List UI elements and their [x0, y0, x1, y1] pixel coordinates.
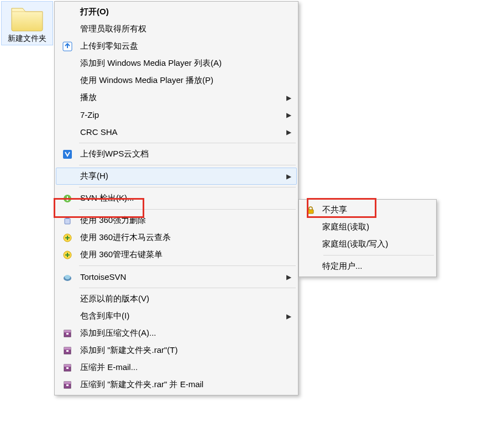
menu-play-label: 播放: [77, 92, 285, 103]
menu-play-wmp[interactable]: 使用 Windows Media Player 播放(P): [56, 72, 297, 89]
svg-rect-1: [63, 150, 72, 159]
menu-add-to-named-rar[interactable]: 添加到 "新建文件夹.rar"(T): [56, 342, 297, 359]
menu-upload-wps-label: 上传到WPS云文档: [77, 149, 292, 159]
desktop-folder-label: 新建文件夹: [3, 34, 51, 44]
svg-rect-14: [64, 330, 71, 332]
archive-icon: [58, 380, 77, 390]
menu-360-force-delete[interactable]: 使用 360强力删除: [56, 212, 297, 229]
menu-separator: [79, 143, 296, 143]
svg-rect-7: [65, 237, 70, 238]
chevron-right-icon: ▶: [285, 273, 292, 281]
menu-include-in-library-label: 包含到库中(I): [77, 311, 285, 321]
menu-seven-zip-label: 7-Zip: [77, 110, 285, 119]
menu-open-label: 打开(O): [77, 7, 292, 17]
menu-restore-previous-label: 还原以前的版本(V): [77, 294, 292, 304]
share-submenu: 不共享 家庭组(读取) 家庭组(读取/写入) 特定用户...: [298, 199, 437, 277]
submenu-specific-users-label: 特定用户...: [319, 261, 431, 272]
submenu-homegroup-readwrite-label: 家庭组(读取/写入): [319, 239, 431, 249]
menu-separator: [79, 165, 296, 165]
menu-crc-sha[interactable]: CRC SHA ▶: [56, 123, 297, 140]
trash-force-icon: [58, 216, 77, 226]
archive-icon: [58, 363, 77, 373]
svg-rect-17: [64, 347, 71, 350]
menu-tortoisesvn[interactable]: TortoiseSVN ▶: [56, 268, 297, 285]
menu-add-wmp-list[interactable]: 添加到 Windows Media Player 列表(A): [56, 55, 297, 72]
svg-rect-23: [64, 382, 71, 384]
menu-svn-checkout[interactable]: SVN 检出(K)...: [56, 190, 297, 207]
menu-seven-zip[interactable]: 7-Zip ▶: [56, 106, 297, 123]
menu-compress-named-email-label: 压缩到 "新建文件夹.rar" 并 E-mail: [77, 379, 292, 390]
menu-360-manage-menu[interactable]: 使用 360管理右键菜单: [56, 246, 297, 263]
svg-rect-3: [65, 218, 70, 224]
chevron-right-icon: ▶: [285, 173, 292, 180]
tortoise-svn-icon: [58, 272, 77, 282]
submenu-no-share[interactable]: 不共享: [300, 201, 435, 218]
svg-point-12: [65, 275, 70, 279]
chevron-right-icon: ▶: [285, 312, 292, 320]
svg-rect-18: [66, 350, 69, 352]
menu-admin-take-ownership[interactable]: 管理员取得所有权: [56, 20, 297, 38]
manage-menu-icon: [58, 250, 77, 260]
menu-add-to-archive[interactable]: 添加到压缩文件(A)...: [56, 325, 297, 342]
menu-tortoisesvn-label: TortoiseSVN: [77, 272, 285, 282]
submenu-homegroup-read[interactable]: 家庭组(读取): [300, 218, 435, 236]
menu-add-to-archive-label: 添加到压缩文件(A)...: [77, 328, 292, 338]
menu-compress-email-label: 压缩并 E-mail...: [77, 362, 292, 373]
menu-upload-wps[interactable]: 上传到WPS云文档: [56, 145, 297, 163]
menu-360-force-delete-label: 使用 360强力删除: [77, 215, 292, 226]
menu-share[interactable]: 共享(H) ▶: [56, 168, 297, 185]
chevron-right-icon: ▶: [285, 94, 292, 102]
menu-add-wmp-list-label: 添加到 Windows Media Player 列表(A): [77, 58, 292, 69]
archive-icon: [58, 329, 77, 338]
svg-rect-21: [66, 367, 69, 369]
cloud-upload-icon: [58, 41, 77, 51]
menu-add-to-named-rar-label: 添加到 "新建文件夹.rar"(T): [77, 345, 292, 356]
menu-svn-checkout-label: SVN 检出(K)...: [77, 193, 292, 204]
menu-separator: [323, 255, 434, 256]
menu-play[interactable]: 播放 ▶: [56, 89, 297, 106]
archive-icon: [58, 346, 77, 356]
menu-share-label: 共享(H): [77, 171, 285, 181]
menu-restore-previous[interactable]: 还原以前的版本(V): [56, 290, 297, 308]
svg-rect-10: [65, 254, 70, 256]
trojan-scan-icon: [58, 233, 77, 243]
svg-rect-24: [66, 384, 69, 386]
menu-include-in-library[interactable]: 包含到库中(I) ▶: [56, 308, 297, 325]
menu-separator: [79, 265, 296, 266]
menu-360-trojan-scan-label: 使用 360进行木马云查杀: [77, 232, 292, 243]
menu-compress-email[interactable]: 压缩并 E-mail...: [56, 359, 297, 376]
menu-separator: [79, 187, 296, 187]
menu-open[interactable]: 打开(O): [56, 3, 297, 20]
context-menu: 打开(O) 管理员取得所有权 上传到零知云盘 添加到 Windows Media…: [54, 1, 298, 395]
menu-play-wmp-label: 使用 Windows Media Player 播放(P): [77, 75, 292, 86]
menu-separator: [79, 288, 296, 288]
menu-360-trojan-scan[interactable]: 使用 360进行木马云查杀: [56, 229, 297, 246]
menu-upload-lingzhi-label: 上传到零知云盘: [77, 41, 292, 51]
menu-360-manage-menu-label: 使用 360管理右键菜单: [77, 249, 292, 260]
lock-icon: [302, 206, 319, 215]
menu-compress-named-email[interactable]: 压缩到 "新建文件夹.rar" 并 E-mail: [56, 376, 297, 393]
wps-cloud-icon: [58, 149, 77, 159]
menu-crc-sha-label: CRC SHA: [77, 127, 285, 137]
submenu-no-share-label: 不共享: [319, 205, 431, 215]
menu-upload-lingzhi[interactable]: 上传到零知云盘: [56, 38, 297, 55]
svg-rect-25: [308, 210, 313, 213]
menu-separator: [79, 209, 296, 210]
chevron-right-icon: ▶: [285, 128, 292, 136]
desktop-folder[interactable]: 新建文件夹: [1, 1, 53, 45]
submenu-specific-users[interactable]: 特定用户...: [300, 258, 435, 275]
svn-checkout-icon: [58, 194, 77, 204]
chevron-right-icon: ▶: [285, 111, 292, 119]
svg-rect-4: [66, 217, 69, 218]
folder-icon: [9, 4, 45, 32]
menu-admin-take-ownership-label: 管理员取得所有权: [77, 24, 292, 34]
submenu-homegroup-readwrite[interactable]: 家庭组(读取/写入): [300, 236, 435, 253]
svg-rect-20: [64, 364, 71, 367]
submenu-homegroup-read-label: 家庭组(读取): [319, 222, 431, 232]
svg-rect-15: [66, 333, 69, 335]
